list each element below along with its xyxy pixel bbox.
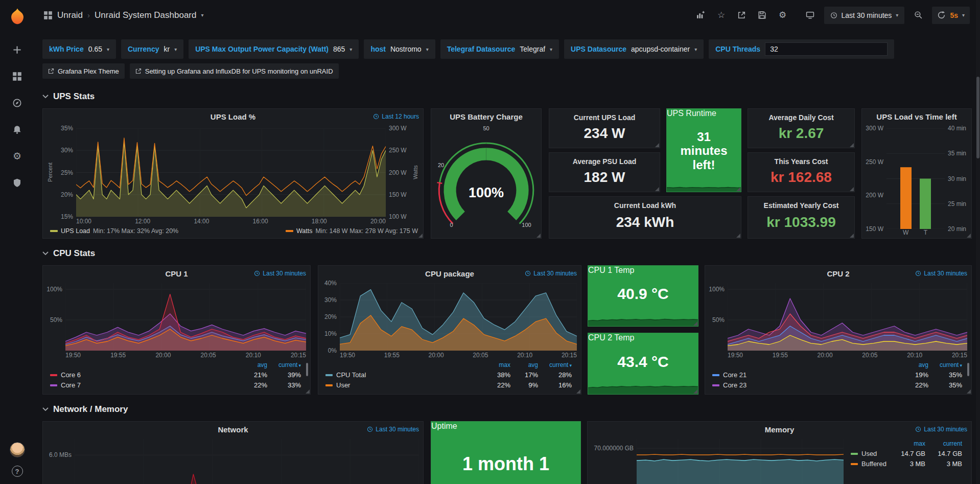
resize-handle[interactable]: [736, 187, 740, 191]
resize-handle[interactable]: [655, 187, 659, 191]
battery-gauge[interactable]: 0 20 50 100 100%: [431, 124, 541, 238]
stat-title[interactable]: CPU 1 Temp: [588, 266, 698, 275]
nav-actions: ☆ ⚙ Last 30 minutes ▾: [694, 7, 970, 24]
legend-series-name[interactable]: Watts: [296, 227, 312, 235]
save-icon[interactable]: [756, 9, 769, 22]
variable-cpu-threads: CPU Threads: [709, 39, 894, 59]
panel-title[interactable]: UPS Load %: [211, 112, 255, 121]
variable-ups-datasource[interactable]: UPS Datasourceapcupsd-container▾: [564, 39, 704, 59]
legend-series-name[interactable]: Core 21: [712, 371, 899, 379]
resize-handle[interactable]: [418, 234, 423, 238]
resize-handle[interactable]: [536, 234, 541, 238]
grafana-logo[interactable]: [8, 7, 27, 27]
legend-header-current[interactable]: current▾: [267, 361, 301, 368]
stat-title[interactable]: This Years Cost: [748, 157, 854, 166]
stat-title[interactable]: UPS Runtime: [667, 109, 741, 118]
panel-title[interactable]: CPU 2: [827, 269, 849, 278]
resize-handle[interactable]: [850, 143, 854, 147]
link-grafana-plex-theme[interactable]: Grafana Plex Theme: [42, 63, 125, 79]
dashboards-icon[interactable]: [8, 66, 27, 86]
ups-load-chart[interactable]: [76, 128, 386, 217]
ups-bar-chart[interactable]: [886, 128, 945, 229]
resize-handle[interactable]: [850, 187, 854, 191]
resize-handle[interactable]: [655, 143, 659, 147]
configuration-icon[interactable]: ⚙: [8, 146, 27, 166]
variable-currency[interactable]: Currencykr▾: [121, 39, 183, 59]
stat-title[interactable]: Current UPS Load: [549, 113, 660, 122]
legend-series-name[interactable]: CPU Total: [325, 371, 483, 379]
star-icon[interactable]: ☆: [715, 9, 728, 22]
legend-header-current[interactable]: current▾: [928, 361, 962, 368]
panel-title[interactable]: UPS Battery Charge: [450, 112, 523, 121]
help-icon[interactable]: ?: [12, 466, 23, 477]
legend-series-name[interactable]: UPS Load: [61, 227, 90, 235]
resize-handle[interactable]: [693, 389, 697, 394]
scrollbar-thumb[interactable]: [976, 77, 979, 158]
section-ups-stats[interactable]: UPS Stats: [42, 91, 972, 102]
cpu-threads-input[interactable]: [765, 42, 888, 56]
panel-title[interactable]: Network: [218, 425, 248, 434]
stat-title[interactable]: Uptime: [431, 422, 580, 431]
y-axis-right: 40 min 35 min 30 min 25 min 20 min: [945, 128, 969, 229]
breadcrumb-root[interactable]: Unraid: [57, 10, 83, 20]
resize-handle[interactable]: [576, 389, 580, 394]
dashboard-settings-icon[interactable]: ⚙: [776, 9, 789, 22]
link-ups-monitoring-guide[interactable]: Setting up Grafana and InfluxDB for UPS …: [130, 63, 339, 79]
create-icon[interactable]: [8, 40, 27, 59]
cpu-package-chart[interactable]: [340, 283, 577, 351]
server-admin-icon[interactable]: [8, 173, 27, 192]
stat-title[interactable]: Average PSU Load: [549, 157, 660, 166]
time-range-picker[interactable]: Last 30 minutes ▾: [824, 7, 905, 24]
section-network-memory[interactable]: Network / Memory: [42, 404, 972, 415]
legend-series-name[interactable]: Core 6: [50, 371, 238, 379]
resize-handle[interactable]: [306, 389, 310, 394]
stat-title[interactable]: Current Load kWh: [549, 201, 741, 210]
variable-ups-max-output[interactable]: UPS Max Output Power Capacity (Watt)865▾: [189, 39, 359, 59]
resize-handle[interactable]: [736, 234, 740, 238]
legend-scrollbar[interactable]: [306, 363, 308, 376]
panel-title[interactable]: UPS Load vs Time left: [876, 112, 956, 121]
refresh-picker[interactable]: 5s ▾: [932, 7, 970, 24]
cycle-view-icon[interactable]: [804, 9, 817, 22]
legend-header-max[interactable]: max: [483, 361, 510, 368]
stat-title[interactable]: Average Daily Cost: [748, 113, 854, 122]
resize-handle[interactable]: [967, 389, 971, 394]
panel-title[interactable]: Memory: [765, 425, 795, 434]
user-avatar[interactable]: [10, 442, 25, 457]
panel-title[interactable]: CPU 1: [165, 269, 188, 278]
chevron-down-icon[interactable]: ▾: [201, 12, 203, 18]
cpu2-chart[interactable]: [728, 283, 967, 351]
breadcrumb-current[interactable]: Unraid System Dashboard: [95, 10, 196, 20]
cpu1-chart[interactable]: [65, 283, 306, 351]
page-scrollbar[interactable]: [976, 0, 980, 484]
legend-series-name[interactable]: Buffered: [851, 460, 889, 468]
resize-handle[interactable]: [693, 321, 697, 326]
network-chart[interactable]: [75, 439, 419, 484]
stat-title[interactable]: CPU 2 Temp: [588, 333, 698, 342]
memory-chart[interactable]: [637, 439, 844, 484]
legend-series-name[interactable]: User: [325, 381, 483, 389]
legend-header-current[interactable]: current▾: [538, 361, 572, 368]
section-cpu-stats[interactable]: CPU Stats: [42, 248, 972, 259]
share-icon[interactable]: [735, 9, 749, 22]
variable-kwh-price[interactable]: kWh Price0.65▾: [42, 39, 116, 59]
add-panel-icon[interactable]: [694, 9, 708, 22]
stat-title[interactable]: Estimated Yearly Cost: [748, 201, 854, 210]
legend-series-name[interactable]: Core 23: [712, 381, 899, 389]
alerting-icon[interactable]: [8, 120, 27, 139]
legend-header-current[interactable]: current: [925, 440, 962, 447]
legend-header-avg[interactable]: avg: [899, 361, 928, 368]
zoom-out-icon[interactable]: [912, 9, 925, 22]
panel-title[interactable]: CPU package: [425, 269, 474, 278]
legend-scrollbar[interactable]: [967, 363, 969, 376]
variable-host[interactable]: hostNostromo▾: [364, 39, 435, 59]
legend-series-name[interactable]: Used: [851, 450, 889, 457]
resize-handle[interactable]: [850, 234, 854, 238]
legend-header-avg[interactable]: avg: [510, 361, 538, 368]
legend-header-avg[interactable]: avg: [238, 361, 267, 368]
explore-icon[interactable]: [8, 93, 27, 112]
resize-handle[interactable]: [967, 234, 971, 238]
variable-telegraf-datasource[interactable]: Telegraf DatasourceTelegraf▾: [440, 39, 559, 59]
legend-header-max[interactable]: max: [889, 440, 925, 447]
legend-series-name[interactable]: Core 7: [50, 381, 238, 389]
